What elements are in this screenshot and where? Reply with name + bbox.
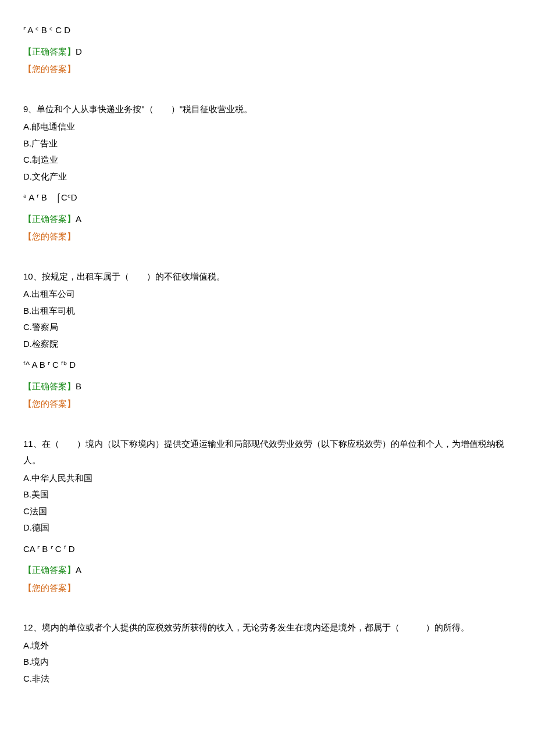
choice-markers: CA ʳ B ʳ C ᶠ D <box>23 541 512 558</box>
option-c: C.制造业 <box>23 152 512 169</box>
correct-answer-value: A <box>76 214 81 224</box>
question-10-block: 10、按规定，出租车属于（ ）的不征收增值税。 A.出租车公司 B.出租车司机 … <box>23 268 512 413</box>
choice-markers: ʳ A ᶜ B ᶜ C D <box>23 22 512 39</box>
question-stem: 12、境内的单位或者个人提供的应税效劳所获得的收入，无论劳务发生在境内还是境外，… <box>23 619 512 636</box>
option-b: B.出租车司机 <box>23 303 512 320</box>
question-12-block: 12、境内的单位或者个人提供的应税效劳所获得的收入，无论劳务发生在境内还是境外，… <box>23 619 512 687</box>
question-stem: 10、按规定，出租车属于（ ）的不征收增值税。 <box>23 268 512 285</box>
question-stem: 9、单位和个人从事快递业务按"（ ）"税目征收营业税。 <box>23 101 512 118</box>
correct-answer-row: 【正确答案】A <box>23 562 512 579</box>
option-b: B.美国 <box>23 486 512 503</box>
your-answer-label: 【您的答案】 <box>23 64 76 74</box>
correct-answer-label: 【正确答案】 <box>23 381 76 391</box>
option-d: D.德国 <box>23 519 512 536</box>
choice-markers: ᵃ A ʳ B ⌠CᶜD <box>23 189 512 206</box>
option-a: A.出租车公司 <box>23 286 512 303</box>
question-stem: 11、在（ ）境内（以下称境内）提供交通运输业和局部现代效劳业效劳（以下称应税效… <box>23 436 512 469</box>
correct-answer-label: 【正确答案】 <box>23 565 76 575</box>
option-a: A.境外 <box>23 637 512 654</box>
your-answer-row: 【您的答案】 <box>23 396 512 413</box>
question-8-block: ʳ A ᶜ B ᶜ C D 【正确答案】D 【您的答案】 <box>23 22 512 78</box>
correct-answer-value: B <box>76 381 81 391</box>
option-d: D.文化产业 <box>23 169 512 185</box>
option-a: A.中华人民共和国 <box>23 470 512 487</box>
option-c: C法国 <box>23 503 512 520</box>
correct-answer-row: 【正确答案】D <box>23 44 512 60</box>
correct-answer-value: A <box>76 565 81 575</box>
question-11-block: 11、在（ ）境内（以下称境内）提供交通运输业和局部现代效劳业效劳（以下称应税效… <box>23 436 512 597</box>
choice-markers: ᶠ^ A B ʳ C ᶠᵇ D <box>23 357 512 374</box>
option-b: B.广告业 <box>23 135 512 152</box>
your-answer-row: 【您的答案】 <box>23 228 512 245</box>
correct-answer-row: 【正确答案】B <box>23 378 512 395</box>
your-answer-label: 【您的答案】 <box>23 399 76 409</box>
your-answer-label: 【您的答案】 <box>23 583 76 593</box>
correct-answer-value: D <box>76 46 82 56</box>
option-b: B.境内 <box>23 654 512 671</box>
your-answer-row: 【您的答案】 <box>23 61 512 78</box>
your-answer-row: 【您的答案】 <box>23 580 512 597</box>
your-answer-label: 【您的答案】 <box>23 231 76 241</box>
option-c: C.警察局 <box>23 319 512 336</box>
option-c: C.非法 <box>23 671 512 687</box>
question-9-block: 9、单位和个人从事快递业务按"（ ）"税目征收营业税。 A.邮电通信业 B.广告… <box>23 101 512 245</box>
option-a: A.邮电通信业 <box>23 119 512 135</box>
correct-answer-label: 【正确答案】 <box>23 214 76 224</box>
correct-answer-row: 【正确答案】A <box>23 211 512 228</box>
correct-answer-label: 【正确答案】 <box>23 46 76 56</box>
option-d: D.检察院 <box>23 336 512 353</box>
